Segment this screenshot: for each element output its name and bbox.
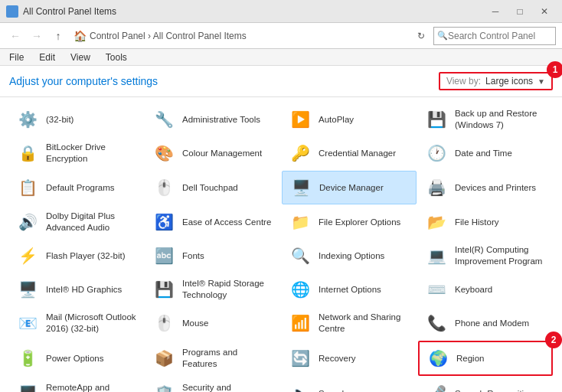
list-item[interactable]: 🌐Internet Options [282, 273, 417, 305]
content-header: Adjust your computer's settings 1 View b… [0, 66, 562, 97]
item-label: (32-bit) [46, 114, 74, 126]
list-item[interactable]: 💾Intel® Rapid Storage Technology [145, 273, 280, 305]
list-item[interactable]: 📧Mail (Microsoft Outlook 2016) (32-bit) [9, 307, 144, 339]
item-icon: ⚙️ [15, 107, 40, 132]
item-icon: ⌨️ [424, 277, 449, 302]
list-item[interactable]: 🛡️Security and Maintenance [145, 377, 280, 392]
item-icon: 📶 [288, 311, 312, 335]
list-item[interactable]: 📁File Explorer Options [282, 206, 417, 238]
item-icon: 🔋 [15, 346, 40, 371]
list-item[interactable]: 🕐Date and Time [418, 137, 553, 169]
item-label: File Explorer Options [319, 217, 400, 228]
item-label: Date and Time [455, 148, 512, 159]
list-item[interactable]: 🔊Dolby Digital Plus Advanced Audio [9, 206, 144, 238]
menu-bar: File Edit View Tools [0, 49, 562, 66]
maximize-button[interactable]: □ [508, 4, 531, 19]
item-label: Indexing Options [319, 250, 384, 262]
item-label: Intel® HD Graphics [46, 284, 122, 296]
list-item[interactable]: 💻Intel(R) Computing Improvement Program [418, 240, 553, 272]
item-label: Device Manager [319, 182, 384, 194]
list-item[interactable]: ⌨️Keyboard [418, 273, 553, 305]
list-item[interactable]: ⚡Flash Player (32-bit) [9, 240, 144, 272]
view-by-value: Large icons [485, 76, 533, 87]
list-item[interactable]: 🌍Region2 [418, 341, 553, 376]
item-icon: 📞 [424, 311, 449, 335]
list-item[interactable]: 🔄Recovery [282, 341, 417, 376]
refresh-button[interactable]: ↻ [412, 27, 430, 45]
item-label: Mail (Microsoft Outlook 2016) (32-bit) [46, 312, 138, 335]
list-item[interactable]: 🔍Indexing Options [282, 240, 417, 272]
item-label: Recovery [319, 353, 356, 364]
app-icon [6, 5, 18, 18]
list-item[interactable]: 🖥️RemoteApp and Desktop Connections [9, 377, 144, 392]
list-item[interactable]: 🎤Speech Recognition [418, 377, 553, 392]
item-label: Fonts [182, 250, 204, 262]
list-item[interactable]: 🎨Colour Management [145, 137, 280, 169]
list-item[interactable]: 📞Phone and Modem [418, 307, 553, 339]
list-item[interactable]: 📋Default Programs [9, 171, 144, 204]
forward-button[interactable]: → [28, 27, 46, 45]
list-item[interactable]: 📂File History [418, 206, 553, 238]
list-item[interactable]: ♿Ease of Access Centre [145, 206, 280, 238]
items-container: ⚙️(32-bit)🔧Administrative Tools▶️AutoPla… [0, 97, 562, 392]
menu-tools[interactable]: Tools [103, 51, 130, 64]
list-item[interactable]: 🔋Power Options [9, 341, 144, 376]
title-bar-text: All Control Panel Items [23, 6, 116, 17]
main-content: Adjust your computer's settings 1 View b… [0, 66, 562, 392]
menu-edit[interactable]: Edit [36, 51, 58, 64]
item-label: Power Options [46, 353, 103, 364]
item-label: Sound [319, 388, 344, 392]
item-icon: 🖨️ [424, 175, 449, 200]
item-icon: 💾 [152, 277, 176, 302]
item-icon: 📦 [152, 346, 176, 371]
item-icon: 🖥️ [15, 277, 40, 302]
item-label: Intel® Rapid Storage Technology [182, 278, 274, 301]
search-input[interactable] [448, 31, 551, 41]
list-item[interactable]: 🔑Credential Manager [282, 137, 417, 169]
view-by-selector[interactable]: View by: Large icons ▼ [439, 72, 553, 90]
minimize-button[interactable]: ─ [484, 4, 507, 19]
view-by-label: View by: [446, 76, 481, 87]
item-icon: 🖱️ [152, 311, 176, 335]
list-item[interactable]: 📦Programs and Features [145, 341, 280, 376]
item-icon: 🎤 [424, 381, 449, 392]
menu-view[interactable]: View [67, 51, 93, 64]
list-item[interactable]: ⚙️(32-bit) [9, 103, 144, 136]
list-item[interactable]: 🔈Sound [282, 377, 417, 392]
item-icon: ▶️ [288, 107, 312, 132]
up-button[interactable]: ↑ [49, 27, 67, 45]
item-icon: 🎨 [152, 141, 176, 165]
item-icon: 🌍 [426, 346, 450, 371]
list-item[interactable]: 🖱️Dell Touchpad [145, 171, 280, 204]
item-icon: 🖱️ [152, 175, 176, 200]
item-label: Internet Options [319, 284, 381, 296]
list-item[interactable]: 🖱️Mouse [145, 307, 280, 339]
search-box[interactable]: 🔍 [433, 27, 556, 45]
item-icon: 🔄 [288, 346, 312, 371]
list-item[interactable]: 📶Network and Sharing Centre [282, 307, 417, 339]
item-icon: 🔈 [288, 381, 312, 392]
item-label: Mouse [182, 318, 209, 329]
item-label: Keyboard [455, 284, 492, 296]
close-button[interactable]: ✕ [533, 4, 556, 19]
item-icon: 🔑 [288, 141, 312, 165]
list-item[interactable]: 🖥️Device Manager [282, 171, 417, 204]
list-item[interactable]: 🖨️Devices and Printers [418, 171, 553, 204]
list-item[interactable]: 🔒BitLocker Drive Encryption [9, 137, 144, 169]
item-label: Colour Management [182, 148, 262, 159]
item-icon: 📋 [15, 175, 40, 200]
list-item[interactable]: 🔧Administrative Tools [145, 103, 280, 136]
title-bar: All Control Panel Items ─ □ ✕ [0, 0, 562, 23]
breadcrumb-icon: 🏠 [74, 30, 87, 42]
list-item[interactable]: 🔤Fonts [145, 240, 280, 272]
menu-file[interactable]: File [6, 51, 27, 64]
badge-2: 2 [545, 332, 562, 348]
item-label: Security and Maintenance [182, 382, 274, 392]
item-icon: 🌐 [288, 277, 312, 302]
list-item[interactable]: 💾Back up and Restore (Windows 7) [418, 103, 553, 136]
list-item[interactable]: ▶️AutoPlay [282, 103, 417, 136]
list-item[interactable]: 🖥️Intel® HD Graphics [9, 273, 144, 305]
item-label: RemoteApp and Desktop Connections [46, 382, 138, 392]
items-grid: ⚙️(32-bit)🔧Administrative Tools▶️AutoPla… [9, 103, 553, 392]
back-button[interactable]: ← [6, 27, 25, 45]
